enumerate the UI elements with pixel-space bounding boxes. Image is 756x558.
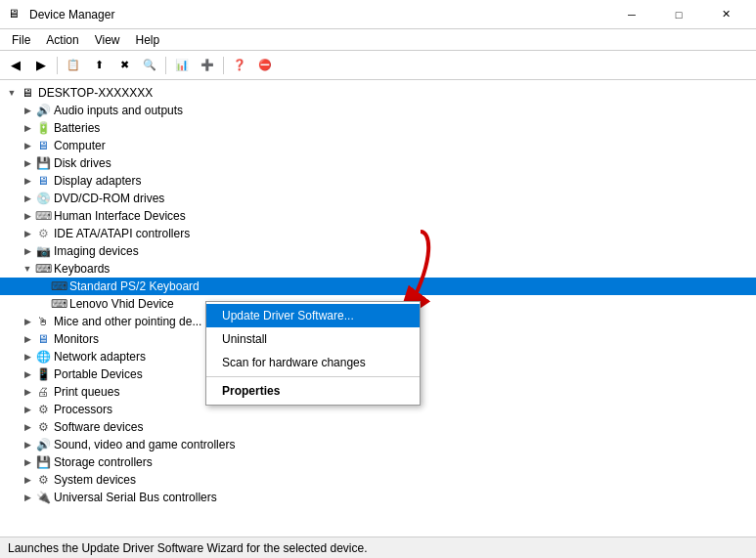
title-bar: 🖥 Device Manager ─ □ ✕	[0, 0, 756, 29]
minimize-button[interactable]: ─	[609, 0, 654, 29]
menu-view[interactable]: View	[87, 31, 128, 49]
tree-label-software: Software devices	[54, 420, 143, 434]
root-label: DESKTOP-XXXXXXX	[38, 86, 153, 100]
tree-label-keyboards: Keyboards	[54, 262, 110, 276]
expand-icon-dvd: ▶	[20, 191, 35, 206]
tree-root[interactable]: ▼ 🖥 DESKTOP-XXXXXXX	[0, 84, 756, 102]
maximize-button[interactable]: □	[656, 0, 701, 29]
tree-label-sound: Sound, video and game controllers	[54, 438, 235, 451]
toolbar-sep-1	[57, 57, 58, 74]
device-icon-disk: 💾	[35, 155, 51, 171]
expand-icon-network: ▶	[20, 349, 35, 365]
expand-icon-software: ▶	[20, 419, 35, 435]
tree-item-systemdev[interactable]: ▶⚙System devices	[0, 471, 756, 489]
toolbar-btn-uninstall[interactable]: ✖	[112, 54, 136, 77]
menu-file[interactable]: File	[4, 31, 38, 49]
tree-label-computer: Computer	[54, 139, 106, 152]
device-icon-lenovovhid: ⌨	[51, 296, 67, 312]
tree-item-usb[interactable]: ▶🔌Universal Serial Bus controllers	[0, 489, 756, 506]
toolbar-btn-stop[interactable]: ⛔	[253, 54, 277, 77]
expand-icon-usb: ▶	[20, 490, 35, 505]
device-icon-dvd: 💿	[35, 191, 51, 206]
context-menu-item-scan[interactable]: Scan for hardware changes	[206, 351, 420, 374]
status-text: Launches the Update Driver Software Wiza…	[8, 541, 368, 555]
expand-icon-storage: ▶	[20, 454, 35, 470]
expand-icon-keyboards: ▼	[20, 261, 35, 277]
device-icon-hid: ⌨	[35, 208, 51, 224]
toolbar-btn-resources[interactable]: 📊	[170, 54, 194, 77]
expand-icon-lenovovhid	[35, 296, 51, 312]
tree-label-imaging: Imaging devices	[54, 244, 139, 258]
expand-icon-portable: ▶	[20, 366, 35, 382]
tree-item-storage[interactable]: ▶💾Storage controllers	[0, 453, 756, 471]
forward-button[interactable]: ▶	[29, 54, 53, 77]
status-bar: Launches the Update Driver Software Wiza…	[0, 537, 756, 558]
menu-action[interactable]: Action	[38, 31, 86, 49]
expand-icon-processors: ▶	[20, 402, 35, 417]
device-icon-sound: 🔊	[35, 437, 51, 452]
device-icon-mice: 🖱	[35, 314, 51, 329]
toolbar: ◀ ▶ 📋 ⬆ ✖ 🔍 📊 ➕ ❓ ⛔	[0, 51, 756, 80]
main-content: ▼ 🖥 DESKTOP-XXXXXXX ▶🔊Audio inputs and o…	[0, 80, 756, 537]
root-expand-icon: ▼	[4, 85, 20, 101]
context-menu-separator	[206, 376, 420, 377]
back-button[interactable]: ◀	[4, 54, 27, 77]
tree-item-display[interactable]: ▶🖥Display adapters	[0, 172, 756, 190]
tree-label-mice: Mice and other pointing de...	[54, 315, 201, 328]
context-menu: Update Driver Software...UninstallScan f…	[205, 301, 421, 406]
tree-label-batteries: Batteries	[54, 121, 100, 135]
menu-help[interactable]: Help	[128, 31, 168, 49]
expand-icon-computer: ▶	[20, 138, 35, 153]
tree-item-disk[interactable]: ▶💾Disk drives	[0, 154, 756, 172]
device-icon-portable: 📱	[35, 366, 51, 382]
root-icon: 🖥	[20, 85, 35, 101]
title-bar-text: Device Manager	[29, 8, 609, 21]
tree-label-stdps2: Standard PS/2 Keyboard	[69, 279, 200, 293]
tree-item-dvd[interactable]: ▶💿DVD/CD-ROM drives	[0, 190, 756, 207]
toolbar-btn-update[interactable]: ⬆	[87, 54, 111, 77]
tree-item-computer[interactable]: ▶🖥Computer	[0, 137, 756, 154]
tree-label-print: Print queues	[54, 385, 119, 399]
tree-item-audio[interactable]: ▶🔊Audio inputs and outputs	[0, 102, 756, 119]
tree-item-software[interactable]: ▶⚙Software devices	[0, 418, 756, 436]
device-icon-software: ⚙	[35, 419, 51, 435]
device-icon-computer: 🖥	[35, 138, 51, 153]
device-icon-stdps2: ⌨	[51, 279, 67, 294]
tree-label-hid: Human Interface Devices	[54, 209, 186, 223]
context-menu-item-uninstall[interactable]: Uninstall	[206, 327, 420, 351]
toolbar-btn-help[interactable]: ❓	[228, 54, 251, 77]
expand-icon-monitors: ▶	[20, 331, 35, 347]
context-menu-item-update[interactable]: Update Driver Software...	[206, 304, 420, 327]
menu-bar: File Action View Help	[0, 29, 756, 51]
title-bar-controls: ─ □ ✕	[609, 0, 748, 29]
device-icon-keyboards: ⌨	[35, 261, 51, 277]
device-icon-usb: 🔌	[35, 490, 51, 505]
app-icon: 🖥	[8, 7, 23, 22]
tree-label-monitors: Monitors	[54, 332, 99, 346]
context-menu-item-properties[interactable]: Properties	[206, 379, 420, 403]
tree-item-sound[interactable]: ▶🔊Sound, video and game controllers	[0, 436, 756, 453]
toolbar-sep-2	[165, 57, 166, 74]
device-icon-print: 🖨	[35, 384, 51, 400]
expand-icon-ide: ▶	[20, 226, 35, 241]
device-icon-network: 🌐	[35, 349, 51, 365]
expand-icon-imaging: ▶	[20, 243, 35, 259]
expand-icon-systemdev: ▶	[20, 472, 35, 488]
tree-label-usb: Universal Serial Bus controllers	[54, 491, 217, 504]
toolbar-btn-properties[interactable]: 📋	[62, 54, 85, 77]
device-icon-imaging: 📷	[35, 243, 51, 259]
tree-item-hid[interactable]: ▶⌨Human Interface Devices	[0, 207, 756, 225]
expand-icon-stdps2	[35, 279, 51, 294]
expand-icon-print: ▶	[20, 384, 35, 400]
tree-item-batteries[interactable]: ▶🔋Batteries	[0, 119, 756, 137]
close-button[interactable]: ✕	[703, 0, 748, 29]
toolbar-btn-scan[interactable]: 🔍	[138, 54, 161, 77]
device-icon-storage: 💾	[35, 454, 51, 470]
toolbar-btn-add[interactable]: ➕	[196, 54, 219, 77]
expand-icon-disk: ▶	[20, 155, 35, 171]
tree-label-processors: Processors	[54, 403, 112, 416]
expand-icon-audio: ▶	[20, 103, 35, 118]
expand-icon-mice: ▶	[20, 314, 35, 329]
device-icon-ide: ⚙	[35, 226, 51, 241]
device-icon-display: 🖥	[35, 173, 51, 189]
